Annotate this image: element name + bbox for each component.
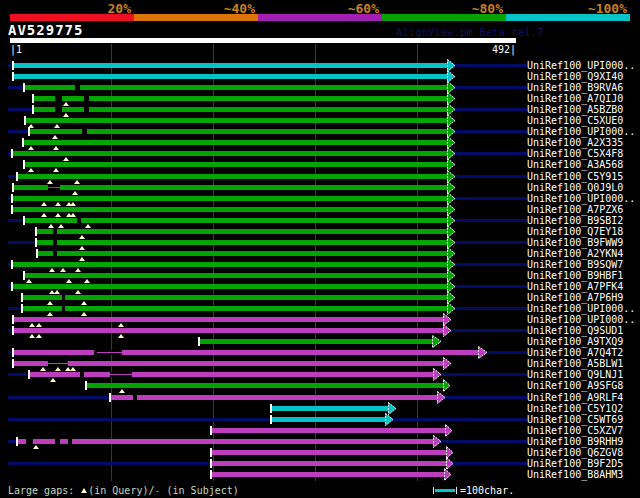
gap-legend: Large gaps: (in Query)/- (in Subject) [8, 484, 239, 497]
alignment-row: UniRef100_C5Y915 [0, 170, 640, 181]
scale-block-label: ~60% [258, 1, 379, 14]
alignment-row: UniRef100_A9RLF4 [0, 391, 640, 402]
alignment-start-tick [21, 293, 23, 302]
alignment-bar[interactable] [12, 284, 447, 289]
subject-gap-line [110, 374, 132, 375]
alignment-bar[interactable] [33, 96, 447, 101]
alignment-row: UniRef100_C5XZV7 [0, 424, 640, 435]
alignment-bar[interactable] [22, 295, 447, 300]
alignment-bar[interactable] [271, 406, 388, 411]
alignment-row: UniRef100_A9TXQ9 [0, 335, 640, 346]
subject-gap [84, 96, 89, 101]
subject-gap [77, 218, 81, 223]
alignment-bar[interactable] [25, 118, 447, 123]
alignment-bar[interactable] [12, 196, 447, 201]
alignment-bar[interactable] [29, 372, 433, 377]
alignment-row: UniRef100_A7QIJ0 [0, 92, 640, 103]
subject-gap-line [97, 352, 122, 353]
subject-gap [80, 372, 84, 377]
alignment-start-tick [210, 459, 212, 468]
alignment-row: UniRef100_UPI000.. [0, 192, 640, 203]
alignment-bar[interactable] [13, 350, 478, 355]
alignment-bar[interactable] [211, 472, 444, 477]
alignment-row: UniRef100_A2X335 [0, 136, 640, 147]
alignment-bar[interactable] [24, 273, 447, 278]
alignment-row: UniRef100_A7P6H9 [0, 291, 640, 302]
alignment-bar[interactable] [211, 450, 446, 455]
scalebar-tick-right [456, 487, 457, 494]
alignment-bar[interactable] [13, 361, 443, 366]
query-id: AV529775 [8, 22, 83, 38]
alignment-bar[interactable] [13, 185, 447, 190]
alignment-row: UniRef100_C5WT69 [0, 413, 640, 424]
alignment-start-tick [12, 359, 14, 368]
row-guide-line [8, 418, 527, 421]
alignment-bar[interactable] [36, 240, 447, 245]
alignment-bar[interactable] [24, 162, 447, 167]
subject-gap [55, 439, 60, 444]
subject-label[interactable]: UniRef100_A3A568 [527, 159, 623, 170]
alignment-bar[interactable] [211, 461, 446, 466]
alignment-bar[interactable] [22, 306, 447, 311]
gap-triangle-icon [81, 488, 87, 493]
alignment-start-tick [16, 437, 18, 446]
subject-gap-line [48, 363, 68, 364]
alignment-bar[interactable] [199, 339, 432, 344]
alignment-start-tick [109, 393, 111, 402]
alignment-row: UniRef100_A7Q4T2 [0, 346, 640, 357]
alignment-start-tick [23, 271, 25, 280]
alignment-start-tick [210, 426, 212, 435]
alignment-start-tick [11, 260, 13, 269]
alignment-start-tick [36, 249, 38, 258]
alignment-bar[interactable] [13, 74, 447, 79]
alignment-bar[interactable] [12, 262, 447, 267]
subject-label[interactable]: UniRef100_A9SFG8 [527, 380, 623, 391]
alignment-bar[interactable] [13, 317, 443, 322]
alignment-start-tick [28, 370, 30, 379]
alignment-row: UniRef100_UPI000.. [0, 59, 640, 70]
subject-gap [62, 306, 65, 311]
scale-block-label: ~40% [134, 1, 255, 14]
alignment-start-tick [23, 160, 25, 169]
alignment-row: UniRef100_B9SQW7 [0, 258, 640, 269]
alignment-bar[interactable] [37, 251, 447, 256]
alignment-bar[interactable] [33, 107, 447, 112]
alignment-start-tick [16, 172, 18, 181]
alignment-bar[interactable] [13, 328, 443, 333]
alignment-bar[interactable] [13, 63, 447, 68]
alignment-bar[interactable] [24, 218, 447, 223]
alignment-row: UniRef100_Q6ZGV8 [0, 446, 640, 457]
alignment-row: UniRef100_B9HBF1 [0, 269, 640, 280]
alignment-bar[interactable] [17, 439, 433, 444]
alignment-bar[interactable] [24, 85, 447, 90]
alignment-bar[interactable] [110, 395, 437, 400]
alignment-bar[interactable] [211, 428, 445, 433]
alignment-bar[interactable] [17, 174, 447, 179]
alignment-bar[interactable] [23, 140, 447, 145]
alignment-row: UniRef100_B9SBI2 [0, 214, 640, 225]
scalebar-tick-left [433, 487, 434, 494]
subject-gap [82, 129, 87, 134]
alignment-row: UniRef100_B8AHM3 [0, 468, 640, 479]
subject-gap [75, 85, 80, 90]
alignment-row: UniRef100_A3A568 [0, 158, 640, 169]
alignment-bar[interactable] [86, 383, 443, 388]
alignment-start-tick [12, 315, 14, 324]
alignment-bar[interactable] [271, 417, 385, 422]
subject-gap [53, 251, 57, 256]
alignment-bar[interactable] [36, 229, 447, 234]
alignment-start-tick [22, 138, 24, 147]
alignment-bar[interactable] [12, 207, 447, 212]
gap-legend-prefix: Large gaps: [8, 485, 80, 496]
alignment-bar[interactable] [12, 151, 447, 156]
alignment-start-tick [12, 183, 14, 192]
alignment-start-tick [23, 216, 25, 225]
query-bar [10, 38, 516, 43]
subject-label[interactable]: UniRef100_B8AHM3 [527, 469, 623, 480]
subject-gap [62, 295, 65, 300]
watermark-text: AlignView.pm Beta rel.7 [396, 27, 544, 38]
alignment-bar[interactable] [29, 129, 447, 134]
scalebar-label: =100char. [460, 485, 514, 496]
alignment-row: UniRef100_UPI000.. [0, 313, 640, 324]
alignview-canvas: 20%~40%~60%~80%~100% AV529775 AlignView.… [0, 0, 640, 498]
